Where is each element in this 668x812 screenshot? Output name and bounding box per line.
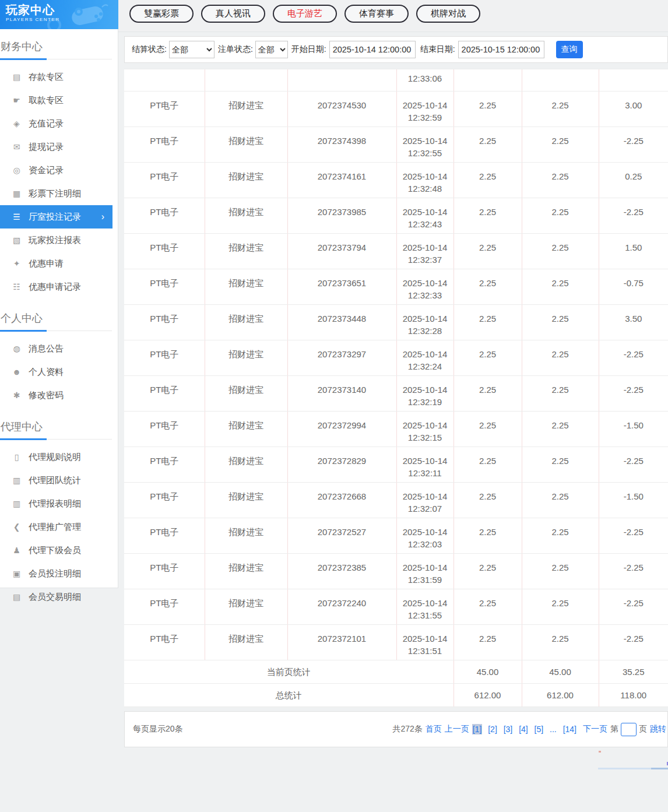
jump-button[interactable]: 跳转: [650, 724, 666, 734]
sidebar-item[interactable]: ☰ 厅室投注记录 ›: [0, 205, 112, 229]
sidebar-item[interactable]: ▧ 玩家投注报表: [0, 229, 112, 252]
sidebar-item[interactable]: ✱ 修改密码: [0, 384, 112, 407]
cell-game: 招财进宝: [205, 411, 287, 447]
player-report-icon: ▧: [12, 235, 22, 245]
page-number-link[interactable]: [3]: [503, 724, 514, 734]
sidebar-item[interactable]: ▤ 存款专区: [0, 65, 112, 89]
sidebar-item[interactable]: ☛ 取款专区: [0, 89, 112, 112]
sidebar-item-label: 彩票下注明细: [29, 188, 81, 199]
sidebar-item[interactable]: ▣ 会员投注明细: [0, 562, 112, 585]
filter-panel: 结算状态: 全部 注单状态: 全部 开始日期: 结束日期: 查询: [124, 36, 668, 63]
sidebar-item[interactable]: ♟ 代理下级会员: [0, 539, 112, 562]
sidebar-item[interactable]: ▦ 彩票下注明细: [0, 182, 112, 205]
start-date-input[interactable]: [329, 41, 416, 58]
sidebar-section: 财务中心 ▤ 存款专区 ☛ 取款专区 ◈ 充值记录 ✉ 提现记录 ◎ 资金记录 …: [0, 33, 118, 301]
cell-bet: 2.25: [453, 126, 522, 162]
tab[interactable]: 体育赛事: [344, 5, 409, 23]
sidebar-section-items: ▤ 存款专区 ☛ 取款专区 ◈ 充值记录 ✉ 提现记录 ◎ 资金记录 ▦ 彩票下…: [0, 59, 118, 301]
sidebar-item[interactable]: ◍ 消息公告: [0, 337, 112, 360]
cell-game: 招财进宝: [205, 447, 287, 482]
page-number-link[interactable]: [4]: [518, 724, 529, 734]
page-number-link[interactable]: ...: [549, 724, 557, 734]
cell-bet: 2.25: [453, 411, 522, 447]
sidebar-item-label: 个人资料: [29, 367, 64, 378]
cell-valid: 2.25: [522, 375, 599, 411]
tab[interactable]: 棋牌对战: [416, 5, 480, 23]
cell-platform: PT电子: [124, 126, 205, 162]
jump-page-input[interactable]: [621, 723, 637, 736]
cell-order: 2072373297: [287, 340, 396, 375]
cell-time: 12:33:06: [396, 69, 453, 91]
summary-bet: 612.00: [453, 683, 522, 706]
sidebar-item[interactable]: ✦ 优惠申请: [0, 252, 112, 275]
end-date-input[interactable]: [458, 41, 544, 58]
sidebar-item[interactable]: ▥ 代理团队统计: [0, 469, 112, 492]
cell-profit: -2.25: [599, 198, 668, 233]
cell-order: 2072373448: [287, 304, 396, 340]
cell-profit: -2.25: [599, 518, 668, 553]
cell-game: 招财进宝: [205, 624, 287, 660]
cell-game: 招财进宝: [205, 269, 287, 304]
sidebar-item-label: 代理报表明细: [29, 498, 81, 509]
cell-date: 2025-10-1412:32:37: [396, 233, 453, 269]
table-row: PT电子 招财进宝 2072373651 2025-10-1412:32:33 …: [124, 269, 668, 304]
cell-bet: 2.25: [453, 198, 522, 233]
cell-bet: 2.25: [453, 553, 522, 589]
cell-game: 招财进宝: [205, 91, 287, 126]
sidebar-item[interactable]: ✉ 提现记录: [0, 135, 112, 159]
sidebar-item[interactable]: ▯ 代理规则说明: [0, 445, 112, 469]
tab[interactable]: 真人视讯: [201, 5, 265, 23]
table-row: PT电子 招财进宝 2072374398 2025-10-1412:32:55 …: [124, 126, 668, 162]
sidebar-item-label: 优惠申请: [29, 258, 64, 269]
page-number-link[interactable]: [1]: [472, 724, 483, 734]
sidebar-item[interactable]: ▤ 会员交易明细: [0, 585, 112, 609]
withdraw-icon: ☛: [12, 96, 22, 105]
sidebar-item[interactable]: ☻ 个人资料: [0, 360, 112, 384]
bell-icon: ◍: [12, 344, 22, 353]
table-row: PT电子 招财进宝 2072373140 2025-10-1412:32:19 …: [124, 375, 668, 411]
cell-date: 2025-10-1412:32:15: [396, 411, 453, 447]
lottery-bets-icon: ▦: [12, 189, 22, 198]
report-detail-icon: ▥: [12, 499, 22, 508]
sidebar-item-label: 代理下级会员: [29, 545, 81, 556]
cell-game: 招财进宝: [205, 589, 287, 624]
first-page-link[interactable]: 首页: [426, 724, 442, 734]
sidebar-section-title: 个人中心: [0, 304, 112, 331]
cell-order: 2072373985: [287, 198, 396, 233]
cell-platform: PT电子: [124, 198, 205, 233]
cell-game: 招财进宝: [205, 162, 287, 198]
cell-valid: 2.25: [522, 589, 599, 624]
order-status-select[interactable]: 全部: [255, 41, 288, 58]
settle-status-select[interactable]: 全部: [169, 41, 215, 58]
hall-bets-icon: ☰: [12, 212, 22, 222]
cell-profit: 0.25: [599, 162, 668, 198]
cell-order: 2072372240: [287, 589, 396, 624]
page-number-link[interactable]: [2]: [487, 724, 498, 734]
cell-platform: PT电子: [124, 589, 205, 624]
page-number-link[interactable]: [14]: [562, 724, 577, 734]
cell-order: 2072372101: [287, 624, 396, 660]
cell-valid: 2.25: [522, 126, 599, 162]
total-count-label: 共272条: [392, 724, 422, 734]
start-date-label: 开始日期:: [291, 44, 326, 55]
sidebar-item[interactable]: ▥ 代理报表明细: [0, 492, 112, 515]
cell-valid: 2.25: [522, 162, 599, 198]
per-page-label: 每页显示20条: [133, 724, 183, 734]
cell-valid: 2.25: [522, 340, 599, 375]
search-button[interactable]: 查询: [556, 41, 583, 58]
sidebar-item[interactable]: ❮ 代理推广管理: [0, 515, 112, 539]
summary-valid: 612.00: [522, 683, 599, 706]
sidebar-item[interactable]: ◎ 资金记录: [0, 159, 112, 182]
sidebar-item[interactable]: ◈ 充值记录: [0, 112, 112, 135]
page-number-link[interactable]: [5]: [534, 724, 544, 734]
table-row: PT电子 招财进宝 2072374161 2025-10-1412:32:48 …: [124, 162, 668, 198]
tab[interactable]: 电子游艺: [273, 5, 337, 23]
sidebar-item[interactable]: ☷ 优惠申请记录: [0, 275, 112, 298]
pagination-bar: 每页显示20条 共272条 首页 上一页 [1] [2] [3] [4] [5]…: [124, 711, 668, 747]
next-page-link[interactable]: 下一页: [583, 724, 607, 734]
table-row: PT电子 招财进宝 2072372994 2025-10-1412:32:15 …: [124, 411, 668, 447]
tab[interactable]: 雙赢彩票: [129, 5, 194, 23]
cell-valid: 2.25: [522, 624, 599, 660]
cell-game: 招财进宝: [205, 198, 287, 233]
prev-page-link[interactable]: 上一页: [445, 724, 469, 734]
